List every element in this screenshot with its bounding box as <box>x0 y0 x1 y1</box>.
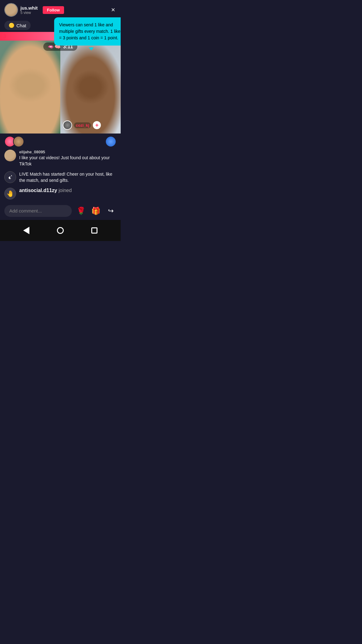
rose-button[interactable]: 🌹 <box>75 205 87 217</box>
close-button[interactable]: × <box>110 5 116 15</box>
video-right[interactable]: cozi_kj + <box>60 41 121 134</box>
chat-tab-emoji: 🟡 <box>9 23 15 28</box>
opponent-label: cozi_kj + <box>63 120 101 130</box>
right-viewer-avatar[interactable] <box>105 136 116 147</box>
join-username: antisocial.d11zy <box>19 188 57 193</box>
chat-username-1: elijahe_08095 <box>19 150 116 154</box>
recents-button[interactable] <box>88 224 101 237</box>
top-bar: jus.whit 5 view Follow × <box>0 0 121 19</box>
chat-area: elijahe_08095 I like your cat videos! Ju… <box>0 150 121 199</box>
chat-system-message: LIVE Match has started! Cheer on your ho… <box>4 171 116 183</box>
follow-button[interactable]: Follow <box>43 6 64 14</box>
viewers-row <box>0 134 121 150</box>
opponent-avatar <box>63 120 72 130</box>
recents-icon <box>91 227 97 234</box>
tooltip-overlay: Viewers can send 1 like and multiple gif… <box>54 17 121 46</box>
timer-emoji-1: 🫦 <box>48 44 54 50</box>
join-word: joined <box>58 188 72 193</box>
video-split: cozi_kj + 🫦 🧠 3:11 <box>0 41 121 134</box>
bottom-nav <box>0 220 121 241</box>
share-button[interactable]: ↪ <box>105 205 116 217</box>
back-icon <box>23 227 29 234</box>
host-video-face <box>0 41 60 134</box>
chat-content-system: LIVE Match has started! Cheer on your ho… <box>19 171 116 183</box>
chat-tab-label: Chat <box>16 23 26 28</box>
comment-input-container[interactable]: Add comment... <box>4 205 72 217</box>
chat-text-1: I like your cat videos! Just found out a… <box>19 155 116 167</box>
chat-content-join: antisocial.d11zy joined <box>19 188 116 193</box>
host-text: jus.whit 5 view <box>20 5 38 15</box>
rose-icon: 🌹 <box>76 207 86 215</box>
gift-icon: 🎁 <box>91 207 101 215</box>
viewer-avatars <box>4 136 22 147</box>
host-views: 5 view <box>20 11 38 15</box>
tooltip-bubble: Viewers can send 1 like and multiple gif… <box>54 17 121 46</box>
host-info: jus.whit 5 view Follow <box>4 3 64 17</box>
tooltip-text: Viewers can send 1 like and multiple gif… <box>59 22 121 41</box>
gift-button[interactable]: 🎁 <box>90 205 101 217</box>
back-button[interactable] <box>20 224 32 237</box>
home-button[interactable] <box>54 224 67 237</box>
chat-content-1: elijahe_08095 I like your cat videos! Ju… <box>19 150 116 167</box>
chat-avatar-1[interactable] <box>4 150 16 161</box>
chat-tab-button[interactable]: 🟡 Chat <box>4 21 31 30</box>
video-left[interactable] <box>0 41 60 134</box>
wave-icon: 🤚 <box>6 190 14 197</box>
comment-row: Add comment... 🌹 🎁 ↪ <box>0 202 121 220</box>
opponent-name: cozi_kj <box>74 122 91 128</box>
host-avatar[interactable] <box>4 3 18 17</box>
chat-avatar-join: 🤚 <box>4 188 16 199</box>
share-icon: ↪ <box>108 207 114 215</box>
chat-avatar-system <box>4 171 16 183</box>
chat-text-system: LIVE Match has started! Cheer on your ho… <box>19 171 116 183</box>
score-left: 3 <box>3 33 6 40</box>
opponent-video-face <box>60 41 121 134</box>
viewer-avatar-2[interactable] <box>13 136 24 147</box>
comment-placeholder: Add comment... <box>9 208 42 213</box>
home-icon <box>57 227 64 234</box>
chat-message: elijahe_08095 I like your cat videos! Ju… <box>4 150 116 167</box>
chat-join-message: 🤚 antisocial.d11zy joined <box>4 188 116 199</box>
opponent-follow-button[interactable]: + <box>93 121 101 129</box>
host-name: jus.whit <box>20 5 38 11</box>
